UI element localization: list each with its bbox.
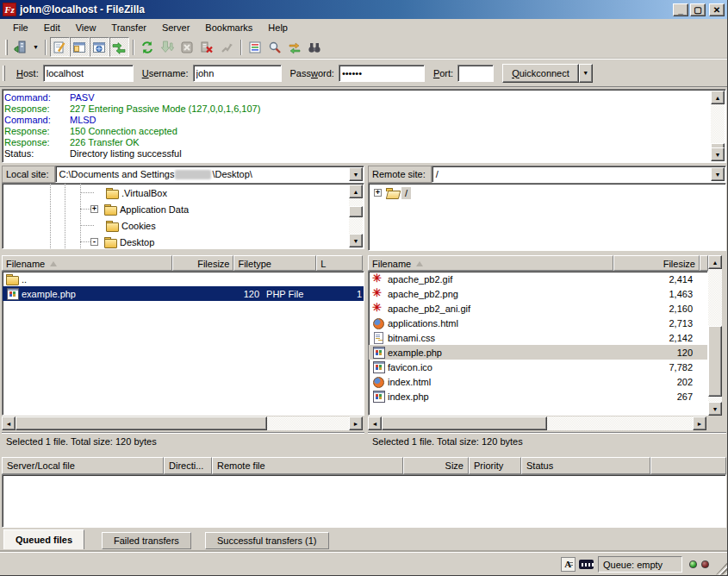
close-button[interactable]: ✕: [709, 3, 725, 16]
port-input[interactable]: [457, 65, 494, 82]
quickconnect-dropdown[interactable]: ▼: [579, 64, 593, 83]
host-input[interactable]: [43, 65, 134, 82]
column-header-filename[interactable]: Filename: [2, 255, 172, 271]
column-header-priority[interactable]: Priority: [469, 457, 521, 474]
file-row-selected[interactable]: example.php 120 PHP File 1: [3, 286, 364, 301]
maximize-button[interactable]: ▢: [690, 3, 706, 16]
tree-expand-button[interactable]: +: [90, 205, 98, 213]
file-row[interactable]: applications.html2,713: [369, 316, 707, 330]
remote-tree-icon: [92, 41, 106, 54]
site-manager-dropdown[interactable]: ▼: [30, 44, 41, 50]
menu-transfer[interactable]: Transfer: [103, 21, 154, 34]
resize-grip[interactable]: [716, 563, 727, 575]
menu-bar: File Edit View Transfer Server Bookmarks…: [0, 19, 728, 36]
synchronized-browsing-button[interactable]: [285, 37, 305, 57]
scroll-up-button[interactable]: ▲: [711, 91, 725, 104]
tree-item-virtualbox[interactable]: .VirtualBox: [3, 185, 167, 201]
local-path: C:\Documents and Settings\Desktop\: [59, 169, 252, 179]
scroll-left-button[interactable]: ◄: [2, 416, 16, 430]
php-file-icon: [6, 288, 19, 299]
column-header-modified[interactable]: L: [316, 255, 363, 271]
directory-filters-button[interactable]: [246, 37, 265, 57]
column-header-filler: [650, 457, 726, 474]
file-row[interactable]: index.php267: [369, 389, 707, 404]
minimize-button[interactable]: _: [673, 3, 688, 16]
tree-expand-button[interactable]: +: [374, 189, 382, 197]
process-queue-button[interactable]: [158, 37, 177, 57]
scrollbar-thumb[interactable]: [382, 416, 547, 430]
scrollbar-thumb[interactable]: [349, 206, 363, 217]
tree-item-application-data[interactable]: + Application Data: [3, 201, 189, 217]
column-header-size[interactable]: Size: [403, 457, 469, 474]
php-file-icon: [372, 391, 385, 402]
refresh-button[interactable]: [138, 37, 158, 57]
combo-dropdown-button[interactable]: ▼: [711, 167, 725, 181]
tree-item-desktop[interactable]: - Desktop: [3, 234, 154, 249]
file-row-parent[interactable]: ..: [3, 272, 364, 286]
port-label: Port:: [433, 68, 453, 78]
column-header-filesize[interactable]: Filesize: [613, 255, 700, 271]
find-files-button[interactable]: [305, 37, 325, 57]
toggle-remote-tree-button[interactable]: [90, 37, 109, 57]
column-header-server-local-file[interactable]: Server/Local file: [2, 457, 164, 474]
quickconnect-button[interactable]: Quickconnect: [502, 64, 579, 83]
file-row[interactable]: index.html202: [369, 374, 707, 389]
disconnect-button[interactable]: [197, 37, 217, 57]
menu-help[interactable]: Help: [260, 21, 296, 34]
password-input[interactable]: [339, 65, 425, 82]
toggle-local-tree-button[interactable]: [70, 37, 90, 57]
toggle-message-log-button[interactable]: [50, 37, 70, 57]
column-header-direction[interactable]: Directi...: [164, 457, 212, 474]
scrollbar-thumb[interactable]: [708, 326, 722, 397]
tree-item-root[interactable]: + /: [369, 185, 411, 201]
combo-dropdown-button[interactable]: ▼: [349, 167, 363, 181]
tab-queued-files[interactable]: Queued files: [3, 529, 84, 549]
file-row[interactable]: bitnami.css2,142: [369, 330, 707, 345]
scroll-right-button[interactable]: ►: [693, 416, 706, 430]
username-input[interactable]: [193, 65, 282, 82]
column-header-filesize[interactable]: Filesize: [172, 255, 233, 271]
local-tree-scrollbar[interactable]: ▲ ▼: [349, 185, 363, 247]
site-manager-button[interactable]: [10, 37, 30, 57]
menu-view[interactable]: View: [68, 21, 104, 34]
scroll-left-button[interactable]: ◄: [368, 416, 382, 430]
window-title: john@localhost - FileZilla: [20, 3, 145, 16]
scroll-up-button[interactable]: ▲: [708, 255, 722, 269]
column-header-filename[interactable]: Filename: [368, 255, 613, 271]
file-row[interactable]: apache_pb2.gif2,414: [369, 272, 707, 286]
cancel-operation-button[interactable]: [177, 37, 197, 57]
file-row[interactable]: favicon.ico7,782: [369, 360, 707, 374]
file-row[interactable]: apache_pb2.png1,463: [369, 286, 707, 301]
local-pane-status: Selected 1 file. Total size: 120 bytes: [2, 432, 364, 450]
toggle-transfer-queue-button[interactable]: [109, 37, 129, 57]
tab-failed-transfers[interactable]: Failed transfers: [102, 532, 191, 549]
file-row-selected[interactable]: example.php120: [369, 345, 707, 360]
menu-server[interactable]: Server: [154, 21, 197, 34]
menu-bookmarks[interactable]: Bookmarks: [197, 21, 260, 34]
local-list-hscrollbar[interactable]: ◄ ►: [2, 416, 363, 430]
scrollbar-thumb[interactable]: [16, 416, 267, 430]
local-path-combo[interactable]: C:\Documents and Settings\Desktop\ ▼: [55, 166, 364, 183]
tree-item-cookies[interactable]: Cookies: [3, 217, 156, 234]
remote-path-combo[interactable]: / ▼: [432, 166, 726, 183]
reconnect-button[interactable]: [217, 37, 237, 57]
scroll-down-button[interactable]: ▼: [711, 147, 725, 161]
menu-edit[interactable]: Edit: [36, 21, 68, 34]
tab-successful-transfers[interactable]: Successful transfers (1): [205, 532, 329, 549]
scroll-up-button[interactable]: ▲: [349, 185, 363, 198]
remote-list-hscrollbar[interactable]: ◄ ►: [368, 416, 706, 430]
css-file-icon: [372, 332, 385, 343]
scroll-down-button[interactable]: ▼: [349, 234, 363, 247]
quickconnect-bar: Host: Username: Password: Port: Quickcon…: [0, 59, 728, 87]
scroll-down-button[interactable]: ▼: [708, 402, 722, 416]
log-scrollbar[interactable]: ▲ ▼: [711, 91, 725, 161]
remote-list-scrollbar[interactable]: ▲ ▼: [708, 255, 722, 416]
tree-collapse-button[interactable]: -: [90, 238, 98, 246]
file-row[interactable]: apache_pb2_ani.gif2,160: [369, 301, 707, 316]
column-header-status[interactable]: Status: [521, 457, 650, 474]
scroll-right-button[interactable]: ►: [349, 416, 363, 430]
column-header-filetype[interactable]: Filetype: [233, 255, 316, 271]
menu-file[interactable]: File: [5, 21, 36, 34]
column-header-remote-file[interactable]: Remote file: [212, 457, 403, 474]
file-search-button[interactable]: [265, 37, 285, 57]
